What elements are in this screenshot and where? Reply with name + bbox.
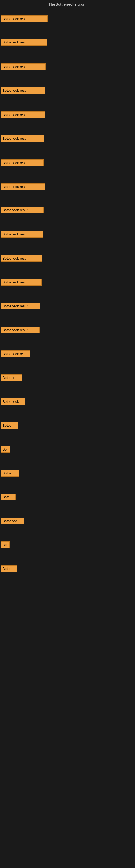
bottleneck-result-item[interactable]: Bottle — [1, 565, 17, 572]
bottleneck-result-item[interactable]: Bottleneck re — [1, 350, 30, 357]
bottleneck-result-item[interactable]: Bottleneck result — [1, 255, 42, 262]
bottleneck-result-item[interactable]: Bottleneck result — [1, 39, 47, 45]
bottleneck-result-item[interactable]: Bo — [1, 446, 10, 453]
bottleneck-result-item[interactable]: Bottleneck result — [1, 231, 43, 238]
bottleneck-result-item[interactable]: Bottle — [1, 422, 18, 429]
bottleneck-result-item[interactable]: Bottleneck result — [1, 159, 44, 166]
bottleneck-result-item[interactable]: Bottleneck result — [1, 279, 42, 286]
site-title: TheBottlenecker.com — [0, 0, 135, 8]
bottleneck-result-item[interactable]: Bottleneck result — [1, 112, 45, 118]
bottleneck-result-item[interactable]: Bottleneck — [1, 398, 25, 405]
bottleneck-result-item[interactable]: Bottleneck result — [1, 207, 44, 214]
bottleneck-result-item[interactable]: Bottler — [1, 470, 19, 476]
bottleneck-result-item[interactable]: Bottleneck result — [1, 87, 45, 94]
bottleneck-result-item[interactable]: Bottleneck result — [1, 135, 44, 142]
bottleneck-result-item[interactable]: Bottleneck result — [1, 63, 46, 70]
bottleneck-result-item[interactable]: Bottleneck result — [1, 303, 41, 310]
bottleneck-result-item[interactable]: Bo — [1, 541, 10, 548]
bottleneck-result-item[interactable]: Bottlenec — [1, 518, 24, 524]
bottleneck-result-item[interactable]: Bottl — [1, 494, 16, 500]
bottleneck-result-item[interactable]: Bottleneck result — [1, 327, 40, 333]
bottleneck-result-item[interactable]: Bottleneck result — [1, 183, 45, 190]
bottleneck-result-item[interactable]: Bottleneck result — [1, 16, 48, 22]
bottleneck-result-item[interactable]: Bottlene — [1, 374, 22, 381]
